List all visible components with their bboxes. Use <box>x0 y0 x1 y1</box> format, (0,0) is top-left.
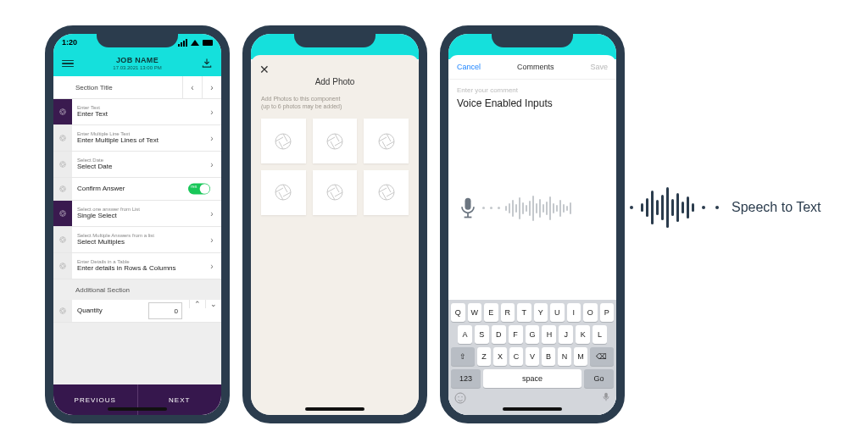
emoji-icon[interactable] <box>453 391 467 405</box>
chevron-right-icon: › <box>203 253 221 279</box>
numeric-key[interactable]: 123 <box>451 369 481 388</box>
key-j[interactable]: J <box>559 325 573 344</box>
svg-point-5 <box>60 237 66 243</box>
key-a[interactable]: A <box>458 325 472 344</box>
job-timestamp: 17.03.2021 13:00 PM <box>113 65 161 71</box>
svg-point-7 <box>60 308 66 314</box>
key-c[interactable]: C <box>509 347 523 366</box>
notch <box>492 33 573 47</box>
keyboard[interactable]: QWERTYUIOP ASDFGHJKL ⇧ ZXCVBNM ⌫ 123 spa… <box>448 300 616 415</box>
key-t[interactable]: T <box>517 303 531 322</box>
comment-input[interactable]: Enter your comment Voice Enabled Inputs <box>448 80 616 116</box>
svg-point-3 <box>60 186 66 192</box>
gear-icon <box>53 152 72 177</box>
key-q[interactable]: Q <box>451 303 465 322</box>
notch <box>97 33 178 47</box>
gear-icon <box>53 201 72 226</box>
form-row-single-select[interactable]: Select one answer from ListSingle Select… <box>53 201 221 227</box>
key-n[interactable]: N <box>558 347 571 366</box>
key-e[interactable]: E <box>484 303 498 322</box>
home-indicator <box>305 407 364 411</box>
phone-form: 1:20 JOB NAME 17.03.2021 13:00 PM Sectio… <box>45 25 230 423</box>
gear-icon <box>53 227 72 252</box>
photo-slot[interactable] <box>313 170 358 215</box>
quantity-up[interactable]: ⌃ <box>189 300 205 308</box>
confirm-toggle[interactable]: YES <box>188 184 210 195</box>
key-s[interactable]: S <box>475 325 489 344</box>
svg-point-11 <box>275 185 291 200</box>
key-i[interactable]: I <box>567 303 581 322</box>
form-row-date[interactable]: Select DateSelect Date › <box>53 152 221 178</box>
key-r[interactable]: R <box>501 303 515 322</box>
space-key[interactable]: space <box>483 369 581 388</box>
photo-slot[interactable] <box>261 119 306 163</box>
form-row-enter-text[interactable]: Enter TextEnter Text › <box>53 99 221 125</box>
close-icon[interactable]: ✕ <box>259 63 270 76</box>
form-row-confirm: Confirm Answer YES <box>53 178 221 201</box>
notch <box>294 33 376 47</box>
status-indicators <box>178 39 213 47</box>
cancel-button[interactable]: Cancel <box>457 63 481 71</box>
svg-point-2 <box>60 162 66 168</box>
external-annotation: Speech to Text <box>627 182 821 233</box>
key-f[interactable]: F <box>509 325 523 344</box>
stage: 1:20 JOB NAME 17.03.2021 13:00 PM Sectio… <box>0 0 868 448</box>
external-label: Speech to Text <box>732 200 821 215</box>
key-z[interactable]: Z <box>477 347 491 366</box>
save-button[interactable]: Save <box>590 63 608 71</box>
svg-point-8 <box>275 134 291 149</box>
key-p[interactable]: P <box>600 303 615 322</box>
voice-visualizer <box>448 116 616 300</box>
chevron-right-icon: › <box>203 227 221 252</box>
add-photo-sheet: ✕ Add Photo Add Photos to this component… <box>251 55 419 415</box>
svg-point-4 <box>60 211 66 217</box>
phone-add-photo: ✕ Add Photo Add Photos to this component… <box>242 25 427 423</box>
svg-point-12 <box>327 185 342 200</box>
waveform <box>505 193 606 224</box>
go-key[interactable]: Go <box>584 369 614 388</box>
chevron-right-icon: › <box>203 152 221 177</box>
signal-icon <box>178 39 187 47</box>
keyboard-mic-icon[interactable] <box>601 391 611 403</box>
key-b[interactable]: B <box>542 347 555 366</box>
key-m[interactable]: M <box>574 347 587 366</box>
header-center: JOB NAME 17.03.2021 13:00 PM <box>113 57 161 70</box>
quantity-down[interactable]: ⌄ <box>205 300 221 308</box>
microphone-icon <box>459 196 477 220</box>
key-h[interactable]: H <box>542 325 556 344</box>
battery-icon <box>203 40 213 46</box>
download-icon[interactable] <box>201 58 213 69</box>
photo-slot[interactable] <box>364 170 409 215</box>
svg-rect-20 <box>604 393 608 398</box>
key-x[interactable]: X <box>493 347 507 366</box>
shift-key[interactable]: ⇧ <box>451 347 475 366</box>
photo-slot[interactable] <box>313 119 358 163</box>
form-row-multiline[interactable]: Enter Multiple Line TextEnter Multiple L… <box>53 125 221 152</box>
key-y[interactable]: Y <box>534 303 548 322</box>
key-d[interactable]: D <box>492 325 506 344</box>
gear-icon <box>53 253 72 279</box>
key-g[interactable]: G <box>526 325 540 344</box>
key-v[interactable]: V <box>526 347 539 366</box>
delete-key[interactable]: ⌫ <box>590 347 614 366</box>
section-next[interactable]: › <box>202 76 221 98</box>
form-body: Section Title ‹ › Enter TextEnter Text ›… <box>53 76 221 415</box>
external-waveform <box>641 182 694 233</box>
svg-point-1 <box>60 136 66 141</box>
key-o[interactable]: O <box>583 303 598 322</box>
key-l[interactable]: L <box>593 325 607 344</box>
menu-icon[interactable] <box>62 60 74 68</box>
job-header: JOB NAME 17.03.2021 13:00 PM <box>53 51 221 76</box>
gear-icon <box>53 300 72 322</box>
quantity-input[interactable]: 0 <box>148 302 182 319</box>
photo-slot[interactable] <box>261 170 306 215</box>
additional-section-label: Additional Section <box>53 279 221 300</box>
photo-slot[interactable] <box>364 119 409 163</box>
form-row-multi-select[interactable]: Select Multiple Answers from a listSelec… <box>53 227 221 253</box>
key-u[interactable]: U <box>550 303 565 322</box>
sheet-subtitle: Add Photos to this component (up to 6 ph… <box>261 95 409 110</box>
form-row-table[interactable]: Enter Details in a TableEnter details in… <box>53 253 221 279</box>
key-k[interactable]: K <box>576 325 590 344</box>
key-w[interactable]: W <box>468 303 482 322</box>
section-prev[interactable]: ‹ <box>182 76 202 98</box>
